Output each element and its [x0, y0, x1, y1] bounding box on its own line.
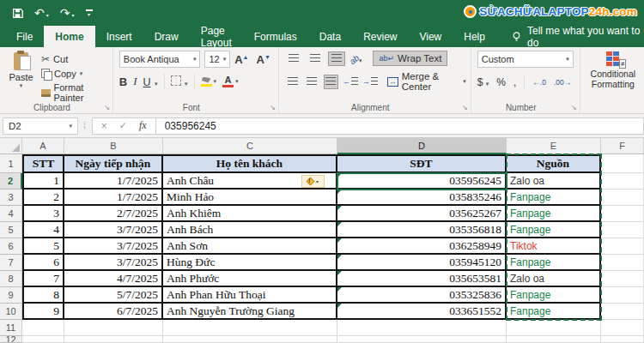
decrease-font-size-button[interactable]: A▼	[257, 53, 274, 66]
cell-E11[interactable]	[507, 320, 601, 336]
increase-decimal-button[interactable]: ←.0	[532, 78, 546, 87]
cell-D8[interactable]: 035653581	[337, 271, 507, 287]
cell-A1[interactable]: STT	[22, 154, 64, 173]
row-header-3[interactable]: 3	[0, 190, 22, 206]
align-left-button[interactable]	[285, 75, 300, 89]
tab-data[interactable]: Data	[308, 26, 352, 47]
tab-file[interactable]: File	[5, 26, 44, 47]
formula-bar-splitter[interactable]: ⁞	[83, 121, 87, 130]
cell-F4[interactable]	[601, 206, 644, 222]
tab-home[interactable]: Home	[44, 26, 94, 47]
cell-F9[interactable]	[601, 287, 644, 304]
cancel-icon[interactable]: ×	[101, 120, 107, 132]
cell-F1[interactable]	[601, 154, 644, 173]
conditional-formatting-button[interactable]: ≠ ConditionalFormatting	[586, 51, 640, 89]
cell-D2[interactable]: 035956245	[337, 173, 507, 190]
name-box[interactable]: D2▾	[3, 117, 78, 135]
customize-qat-icon[interactable]: ▾	[86, 9, 93, 17]
col-header-C[interactable]: C	[163, 138, 337, 154]
cell-F12[interactable]	[601, 336, 644, 343]
cell-A2[interactable]: 1	[22, 173, 64, 190]
number-dialog-launcher-icon[interactable]: ↘	[571, 104, 577, 111]
cell-F6[interactable]	[601, 238, 644, 255]
cell-D3[interactable]: 035835246	[337, 190, 507, 206]
number-format-select[interactable]: Custom▾	[477, 51, 574, 68]
cell-F10[interactable]	[601, 304, 644, 320]
cell-F7[interactable]	[601, 255, 644, 271]
increase-font-size-button[interactable]: A▲	[234, 53, 252, 66]
cell-D11[interactable]	[337, 320, 507, 336]
redo-button[interactable]: ↷▾	[60, 7, 75, 19]
cell-B2[interactable]: 1/7/2025	[64, 173, 163, 190]
tell-me-box[interactable]: Tell me what you want to do	[512, 26, 644, 47]
row-header-11[interactable]: 11	[0, 320, 22, 336]
cell-B7[interactable]: 3/7/2025	[64, 255, 163, 271]
cell-A9[interactable]: 8	[22, 287, 64, 304]
cell-A7[interactable]: 6	[22, 255, 64, 271]
cell-B5[interactable]: 3/7/2025	[64, 222, 163, 238]
error-checking-button[interactable]: ! ▾	[301, 175, 325, 188]
cell-D4[interactable]: 035625267	[337, 206, 507, 222]
row-header-10[interactable]: 10	[0, 304, 22, 320]
row-header-8[interactable]: 8	[0, 271, 22, 287]
fill-color-button[interactable]: ▾	[201, 77, 217, 87]
save-icon[interactable]	[12, 8, 23, 19]
copy-button[interactable]: Copy▾	[41, 69, 108, 79]
paste-caret-icon[interactable]: ▾	[20, 82, 23, 89]
redo-caret-icon[interactable]: ▾	[71, 12, 74, 19]
cell-D6[interactable]: 036258949	[337, 238, 507, 255]
formula-input[interactable]: 035956245	[156, 117, 644, 135]
undo-button[interactable]: ↶▾	[34, 7, 49, 19]
cell-C8[interactable]: Anh Phước	[163, 271, 337, 287]
tab-view[interactable]: View	[408, 26, 453, 47]
cell-F11[interactable]	[601, 320, 644, 336]
row-header-4[interactable]: 4	[0, 206, 22, 222]
insert-function-icon[interactable]: fx	[139, 119, 147, 132]
currency-button[interactable]: $ ▾	[477, 76, 489, 88]
middle-align-button[interactable]	[307, 51, 324, 66]
row-header-1[interactable]: 1	[0, 154, 22, 173]
col-header-A[interactable]: A	[22, 138, 64, 154]
orientation-button[interactable]: ab▾	[349, 51, 362, 66]
cell-E1[interactable]: Nguồn	[507, 154, 601, 173]
tab-draw[interactable]: Draw	[143, 26, 190, 47]
col-header-E[interactable]: E	[507, 138, 601, 154]
cell-D10[interactable]: 033651552	[337, 304, 507, 320]
merge-center-button[interactable]: ↔ Merge & Center ▾	[387, 71, 466, 92]
cell-D1[interactable]: SĐT	[337, 154, 507, 173]
font-size-select[interactable]: 12▾	[204, 51, 230, 68]
undo-caret-icon[interactable]: ▾	[46, 12, 49, 19]
select-all-corner[interactable]	[0, 138, 22, 154]
cell-C1[interactable]: Họ tên khách	[163, 154, 337, 173]
cell-A10[interactable]: 9	[22, 304, 64, 320]
cell-B8[interactable]: 4/7/2025	[64, 271, 163, 287]
row-header-6[interactable]: 6	[0, 238, 22, 255]
cell-B1[interactable]: Ngày tiếp nhận	[64, 154, 163, 173]
row-header-12[interactable]: 12	[0, 336, 22, 343]
cell-E3[interactable]: Fanpage	[507, 190, 601, 206]
align-right-button[interactable]	[324, 75, 338, 89]
cell-B4[interactable]: 2/7/2025	[64, 206, 163, 222]
cell-A4[interactable]: 3	[22, 206, 64, 222]
cell-E4[interactable]: Fanpage	[507, 206, 601, 222]
decrease-indent-button[interactable]: ←	[343, 77, 358, 86]
cell-C3[interactable]: Minh Hảo	[163, 190, 337, 206]
enter-icon[interactable]: ✓	[119, 120, 127, 131]
cell-F3[interactable]	[601, 190, 644, 206]
cell-E7[interactable]: Fanpage	[507, 255, 601, 271]
cell-E8[interactable]: Zalo oa	[507, 271, 601, 287]
cell-A12[interactable]	[22, 336, 64, 343]
increase-indent-button[interactable]: →	[362, 77, 378, 86]
cell-E5[interactable]: Fanpage	[507, 222, 601, 238]
underline-button[interactable]: U ▾	[143, 74, 158, 89]
decrease-decimal-button[interactable]: .00→	[554, 78, 571, 87]
cell-C4[interactable]: Anh Khiêm	[163, 206, 337, 222]
format-painter-button[interactable]: Format Painter	[41, 82, 108, 103]
cell-C7[interactable]: Hùng Đức	[163, 255, 337, 271]
cell-E12[interactable]	[507, 336, 601, 343]
cell-F2[interactable]	[601, 173, 644, 190]
tab-page-layout[interactable]: Page Layout	[190, 26, 243, 47]
cell-A8[interactable]: 7	[22, 271, 64, 287]
tab-formulas[interactable]: Formulas	[243, 26, 308, 47]
wrap-text-button[interactable]: ab↵Wrap Text	[373, 51, 447, 66]
